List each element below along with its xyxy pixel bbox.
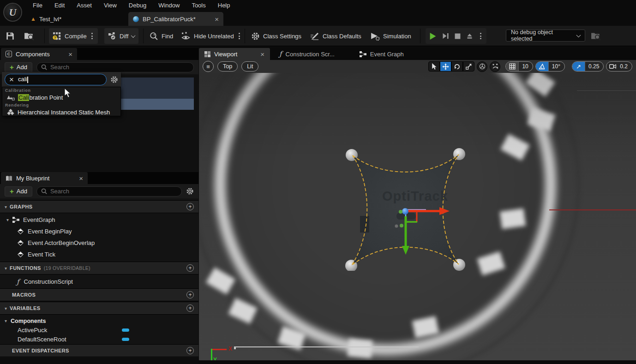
collapse-caret-icon[interactable]: ▾ <box>6 217 9 222</box>
components-add-button[interactable]: + Add <box>5 62 32 72</box>
debug-browse-icon <box>591 31 601 41</box>
eject-button[interactable] <box>466 33 473 39</box>
scale-tool-button[interactable] <box>463 61 474 72</box>
transport-options-icon[interactable] <box>479 33 483 39</box>
menu-debug[interactable]: Debug <box>123 0 152 11</box>
add-function-icon[interactable]: + <box>186 264 194 272</box>
viewport-options-menu-icon[interactable]: ≡ <box>203 61 214 72</box>
components-tree-row-selected[interactable] <box>121 99 194 110</box>
level-tab[interactable]: ▲ Test_lvl* <box>30 13 61 25</box>
my-blueprint-tab[interactable]: My Blueprint × <box>1 172 88 184</box>
search-settings-gear-icon[interactable] <box>110 76 118 84</box>
menu-edit[interactable]: Edit <box>48 0 71 11</box>
compile-options-icon[interactable] <box>90 33 94 39</box>
compile-label[interactable]: Compile <box>65 33 87 40</box>
construction-script-row[interactable]: ƒ ConstructionScript <box>0 276 198 287</box>
play-button[interactable] <box>429 32 437 40</box>
camera-speed-control[interactable]: 0.2 <box>606 61 632 72</box>
menu-file[interactable]: File <box>27 0 48 11</box>
my-blueprint-search-input[interactable]: Search <box>36 186 182 197</box>
result-item-hism[interactable]: Hierarchical Instanced Static Mesh <box>2 107 120 117</box>
graphs-section-header[interactable]: ▾ GRAPHS + <box>0 200 198 213</box>
debug-object-label: No debug object selected <box>511 29 573 42</box>
hide-unrelated-button[interactable]: Hide Unrelated <box>181 28 241 44</box>
lit-mode-button[interactable]: Lit <box>241 61 258 72</box>
blueprint-tab-close-icon[interactable]: × <box>215 16 219 23</box>
view-mode-button[interactable]: Top <box>217 61 238 72</box>
menu-tools[interactable]: Tools <box>186 0 211 11</box>
my-blueprint-add-button[interactable]: + Add <box>5 186 32 197</box>
menubar: File Edit Asset View Debug Window Tools … <box>27 0 236 11</box>
puck-brand-text: OptiTrack <box>382 189 448 203</box>
surface-snapping-button[interactable] <box>490 61 500 72</box>
camera-speed-value[interactable]: 0.2 <box>619 61 632 72</box>
scale-snap-value[interactable]: 0.25 <box>585 61 603 72</box>
component-search-dropdown-header: × cali <box>2 72 121 87</box>
step-forward-button[interactable] <box>442 32 449 40</box>
components-tab[interactable]: C Components × <box>1 48 77 60</box>
event-tick-row[interactable]: Event Tick <box>0 249 198 260</box>
viewport-tab[interactable]: Viewport × <box>199 48 270 60</box>
components-tab-close-icon[interactable]: × <box>68 51 72 58</box>
rotation-snap-icon[interactable] <box>536 61 548 72</box>
debug-browse-button[interactable] <box>591 28 601 44</box>
add-macro-icon[interactable]: + <box>186 291 194 298</box>
move-tool-button[interactable] <box>440 61 451 72</box>
variable-defaultsceneroot-row[interactable]: DefaultSceneRoot <box>0 334 198 345</box>
select-tool-button[interactable] <box>428 61 440 72</box>
eventgraph-row[interactable]: ▾ EventGraph <box>0 214 198 226</box>
diff-button[interactable]: Diff <box>104 28 138 44</box>
event-actorbeginoverlap-row[interactable]: Event ActorBeginOverlap <box>0 237 198 249</box>
debug-object-dropdown[interactable]: No debug object selected <box>506 30 585 42</box>
add-graph-icon[interactable]: + <box>186 203 194 210</box>
menu-help[interactable]: Help <box>212 0 236 11</box>
rotation-snap-value[interactable]: 10° <box>548 61 564 72</box>
scale-snap-icon[interactable]: ↗ <box>572 61 585 72</box>
camera-speed-icon[interactable] <box>606 61 619 72</box>
clear-search-icon[interactable]: × <box>9 76 14 84</box>
event-beginplay-row[interactable]: Event BeginPlay <box>0 226 198 237</box>
construction-script-tab[interactable]: ƒ Construction Scr... <box>274 48 340 60</box>
scale-snap-control[interactable]: ↗ 0.25 <box>572 61 604 72</box>
menu-view[interactable]: View <box>98 0 123 11</box>
my-blueprint-settings-gear-icon[interactable] <box>186 187 194 195</box>
hide-unrelated-options-icon[interactable] <box>237 33 241 39</box>
collapse-caret-icon[interactable]: ▾ <box>5 204 7 209</box>
variables-section-header[interactable]: ▾ VARIABLES + <box>0 302 198 315</box>
class-settings-button[interactable]: Class Settings <box>251 28 301 44</box>
axis-widget-x-line <box>211 349 227 350</box>
find-button[interactable]: Find <box>150 28 173 44</box>
result-item-calibration-point[interactable]: Calibration Point <box>2 93 120 102</box>
macros-section-header[interactable]: MACROS + <box>0 288 198 301</box>
puck-body[interactable] <box>352 155 459 265</box>
event-graph-tab[interactable]: Event Graph <box>354 48 409 60</box>
functions-section-header[interactable]: ▾ FUNCTIONS (19 OVERRIDABLE) + <box>0 262 198 274</box>
viewport-canvas[interactable]: OptiTrack <box>199 73 636 360</box>
add-event-dispatcher-icon[interactable]: + <box>186 347 194 354</box>
save-button[interactable] <box>6 28 15 44</box>
my-blueprint-tab-close-icon[interactable]: × <box>79 175 83 182</box>
collapse-caret-icon[interactable]: ▾ <box>5 266 7 271</box>
stop-button[interactable] <box>455 33 461 39</box>
add-variable-icon[interactable]: + <box>186 304 194 312</box>
grid-snap-control[interactable]: 10 <box>505 61 533 72</box>
browse-asset-button[interactable] <box>24 28 34 44</box>
class-defaults-button[interactable]: Class Defaults <box>310 28 361 44</box>
collapse-caret-icon[interactable]: ▾ <box>5 306 7 311</box>
component-search-field[interactable]: × cali <box>5 74 107 85</box>
rotation-snap-control[interactable]: 10° <box>535 61 565 72</box>
compile-icon[interactable]: ? <box>53 32 61 40</box>
menu-asset[interactable]: Asset <box>71 0 98 11</box>
simulation-button[interactable]: Simulation <box>370 28 411 44</box>
rotate-tool-button[interactable] <box>451 61 463 72</box>
viewport-tab-close-icon[interactable]: × <box>260 51 264 58</box>
blueprint-tab[interactable]: BP_CalibratorPuck* × <box>128 12 223 26</box>
grid-snap-value[interactable]: 10 <box>518 61 532 72</box>
grid-snap-icon[interactable] <box>506 61 518 72</box>
components-search-input[interactable]: Search <box>36 62 194 72</box>
world-local-gizmo-button[interactable] <box>477 61 487 72</box>
calibrator-puck-mesh[interactable]: OptiTrack <box>342 145 468 271</box>
menu-window[interactable]: Window <box>152 0 186 11</box>
event-dispatchers-section-header[interactable]: EVENT DISPATCHERS + <box>0 344 198 357</box>
collapse-caret-icon[interactable]: ▾ <box>5 318 7 323</box>
